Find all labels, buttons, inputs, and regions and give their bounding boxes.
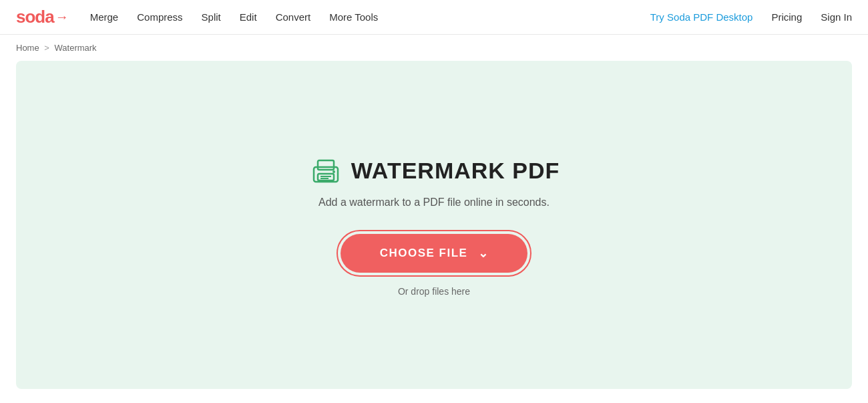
nav-convert[interactable]: Convert <box>276 11 311 23</box>
choose-file-button[interactable]: CHOOSE FILE ⌄ <box>341 234 527 273</box>
nav-links: Merge Compress Split Edit Convert More T… <box>90 11 650 23</box>
navbar: soda → Merge Compress Split Edit Convert… <box>0 0 868 35</box>
svg-point-5 <box>333 170 335 173</box>
nav-pricing[interactable]: Pricing <box>771 11 802 23</box>
nav-split[interactable]: Split <box>202 11 221 23</box>
nav-signin[interactable]: Sign In <box>821 11 852 23</box>
logo-arrow: → <box>55 9 69 25</box>
breadcrumb: Home > Watermark <box>0 35 868 61</box>
nav-compress[interactable]: Compress <box>137 11 182 23</box>
drop-text: Or drop files here <box>398 286 470 297</box>
page-title-row: WATERMARK PDF <box>308 154 560 188</box>
choose-file-label: CHOOSE FILE <box>380 247 468 260</box>
choose-file-container: CHOOSE FILE ⌄ <box>337 230 531 277</box>
nav-more-tools[interactable]: More Tools <box>329 11 378 23</box>
try-desktop-link[interactable]: Try Soda PDF Desktop <box>650 11 753 23</box>
chevron-down-icon: ⌄ <box>478 246 488 261</box>
breadcrumb-home[interactable]: Home <box>16 43 39 53</box>
page-subtitle: Add a watermark to a PDF file online in … <box>318 196 550 209</box>
page-title: WATERMARK PDF <box>351 158 560 184</box>
nav-edit[interactable]: Edit <box>240 11 257 23</box>
breadcrumb-separator: > <box>44 43 49 53</box>
nav-merge[interactable]: Merge <box>90 11 119 23</box>
main-content: WATERMARK PDF Add a watermark to a PDF f… <box>16 61 852 389</box>
nav-right: Try Soda PDF Desktop Pricing Sign In <box>650 11 852 23</box>
watermark-icon <box>308 154 343 188</box>
logo[interactable]: soda → <box>16 7 69 27</box>
logo-text: soda <box>16 7 54 27</box>
choose-file-wrapper: CHOOSE FILE ⌄ <box>337 230 531 277</box>
svg-rect-1 <box>318 160 334 170</box>
breadcrumb-current: Watermark <box>55 43 97 53</box>
